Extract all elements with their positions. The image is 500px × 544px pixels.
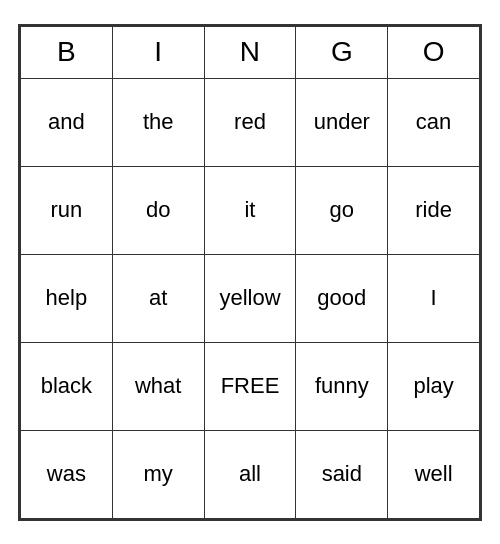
cell-1-2: it [204,166,296,254]
cell-4-0: was [21,430,113,518]
cell-3-1: what [112,342,204,430]
cell-1-0: run [21,166,113,254]
cell-text: go [296,197,387,223]
bingo-body: andtheredundercanrundoitgoridehelpatyell… [21,78,480,518]
cell-text: yellow [205,285,296,311]
cell-text: run [21,197,112,223]
cell-3-0: black [21,342,113,430]
table-row-0: andtheredundercan [21,78,480,166]
cell-text: help [21,285,112,311]
header-g: G [296,26,388,78]
cell-4-2: all [204,430,296,518]
cell-4-3: said [296,430,388,518]
cell-1-3: go [296,166,388,254]
header-i: I [112,26,204,78]
header-b: B [21,26,113,78]
cell-text: the [113,109,204,135]
cell-text: funny [296,373,387,399]
cell-text: and [21,109,112,135]
cell-text: do [113,197,204,223]
cell-0-3: under [296,78,388,166]
cell-text: said [296,461,387,487]
cell-text: black [21,373,112,399]
cell-text: red [205,109,296,135]
bingo-card: B I N G O andtheredundercanrundoitgoride… [18,24,482,521]
cell-1-1: do [112,166,204,254]
header-row: B I N G O [21,26,480,78]
cell-0-1: the [112,78,204,166]
header-n: N [204,26,296,78]
cell-text: ride [388,197,479,223]
cell-3-2: FREE [204,342,296,430]
cell-3-3: funny [296,342,388,430]
cell-text: at [113,285,204,311]
table-row-1: rundoitgoride [21,166,480,254]
cell-2-1: at [112,254,204,342]
cell-2-3: good [296,254,388,342]
cell-text: well [388,461,479,487]
cell-text: I [388,285,479,311]
cell-text: FREE [205,373,296,399]
cell-text: was [21,461,112,487]
cell-0-2: red [204,78,296,166]
cell-text: can [388,109,479,135]
table-row-3: blackwhatFREEfunnyplay [21,342,480,430]
cell-text: play [388,373,479,399]
cell-0-4: can [388,78,480,166]
table-row-4: wasmyallsaidwell [21,430,480,518]
cell-4-1: my [112,430,204,518]
cell-2-2: yellow [204,254,296,342]
cell-text: under [296,109,387,135]
header-o: O [388,26,480,78]
cell-text: my [113,461,204,487]
cell-3-4: play [388,342,480,430]
cell-4-4: well [388,430,480,518]
cell-2-0: help [21,254,113,342]
cell-text: what [113,373,204,399]
cell-0-0: and [21,78,113,166]
cell-1-4: ride [388,166,480,254]
table-row-2: helpatyellowgoodI [21,254,480,342]
bingo-table: B I N G O andtheredundercanrundoitgoride… [20,26,480,519]
cell-text: good [296,285,387,311]
cell-2-4: I [388,254,480,342]
cell-text: it [205,197,296,223]
cell-text: all [205,461,296,487]
